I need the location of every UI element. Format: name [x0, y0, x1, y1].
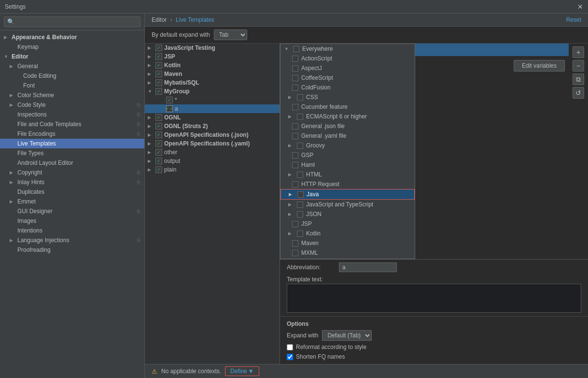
- ctx-item-js-ts[interactable]: ▶ JavaScript and TypeScript: [280, 200, 415, 209]
- ctx-check-cucumber[interactable]: [292, 104, 298, 110]
- tpl-check-jsp[interactable]: [155, 53, 162, 60]
- sidebar-item-images[interactable]: Images: [0, 216, 144, 226]
- sidebar-item-android-layout-editor[interactable]: Android Layout Editor: [0, 158, 144, 168]
- sidebar-item-appearance[interactable]: ▶ Appearance & Behavior: [0, 32, 144, 42]
- tpl-group-openapi-json[interactable]: ▶ OpenAPI Specifications (.json): [145, 131, 280, 139]
- sidebar-item-font[interactable]: Font: [0, 81, 144, 90]
- tpl-check-maven[interactable]: [155, 71, 162, 77]
- tpl-group-jsp[interactable]: ▶ JSP: [145, 52, 280, 61]
- options-expand-select[interactable]: Default (Tab) Tab Space Enter: [322, 330, 372, 341]
- ctx-check-ecmascript[interactable]: [297, 114, 303, 120]
- sidebar-item-code-editing[interactable]: Code Editing: [0, 71, 144, 81]
- ctx-check-kotlin-ctx[interactable]: [297, 231, 303, 237]
- ctx-check-coffeescript[interactable]: [292, 75, 298, 81]
- tpl-group-mygroup[interactable]: ▼ MyGroup: [145, 87, 280, 96]
- ctx-check-mxml[interactable]: [292, 250, 298, 256]
- ctx-item-general-yaml[interactable]: General .yaml file: [280, 131, 415, 141]
- ctx-item-ognl-ctx[interactable]: OGNL: [280, 258, 415, 259]
- sidebar-item-file-encodings[interactable]: File Encodings ⎘: [0, 129, 144, 139]
- tpl-check-ognl[interactable]: [155, 114, 162, 121]
- tpl-check-ognl-struts[interactable]: [155, 123, 162, 130]
- tpl-group-ognl-struts[interactable]: ▶ OGNL (Struts 2): [145, 122, 280, 131]
- shorten-checkbox[interactable]: [287, 354, 293, 360]
- remove-template-button[interactable]: −: [573, 60, 584, 72]
- tpl-group-openapi-yaml[interactable]: ▶ OpenAPI Specifications (.yaml): [145, 139, 280, 148]
- tpl-check-output[interactable]: [155, 158, 162, 164]
- tpl-check-openapi-json[interactable]: [155, 131, 162, 138]
- expand-with-select[interactable]: Tab Space Enter: [214, 29, 247, 40]
- ctx-check-json[interactable]: [297, 211, 303, 218]
- ctx-item-java[interactable]: ▶ Java: [280, 189, 415, 200]
- sidebar-item-language-injections[interactable]: ▶ Language Injections ⎘: [0, 235, 144, 245]
- ctx-item-jsp[interactable]: JSP: [280, 219, 415, 229]
- undo-button[interactable]: ↺: [573, 87, 584, 99]
- ctx-check-gsp[interactable]: [292, 152, 298, 159]
- ctx-check-haml[interactable]: [292, 162, 298, 168]
- ctx-item-groovy[interactable]: ▶ Groovy: [280, 141, 415, 150]
- ctx-item-json[interactable]: ▶ JSON: [280, 209, 415, 219]
- ctx-item-css[interactable]: ▶ CSS: [280, 92, 415, 102]
- sidebar-item-general[interactable]: ▶ General: [0, 61, 144, 71]
- ctx-item-cucumber[interactable]: Cucumber feature: [280, 102, 415, 112]
- tpl-item-star[interactable]: *: [145, 96, 280, 104]
- template-text-input[interactable]: [287, 284, 581, 313]
- ctx-item-html[interactable]: ▶ HTML: [280, 170, 415, 179]
- tpl-check-kotlin[interactable]: [155, 62, 162, 69]
- ctx-check-coldfusion[interactable]: [292, 85, 298, 91]
- add-template-button[interactable]: +: [573, 46, 584, 58]
- ctx-check-http-request[interactable]: [292, 181, 298, 188]
- sidebar-item-gui-designer[interactable]: GUI Designer ⎘: [0, 206, 144, 216]
- ctx-item-mxml[interactable]: MXML: [280, 248, 415, 258]
- sidebar-item-code-style[interactable]: ▶ Code Style ⎘: [0, 100, 144, 110]
- sidebar-item-inspections[interactable]: Inspections ⎘: [0, 110, 144, 119]
- sidebar-item-emmet[interactable]: ▶ Emmet: [0, 197, 144, 206]
- tpl-check-star[interactable]: [166, 97, 173, 103]
- tpl-check-mygroup[interactable]: [155, 88, 162, 95]
- ctx-check-general-yaml[interactable]: [292, 133, 298, 139]
- ctx-check-jsp-ctx[interactable]: [292, 221, 298, 227]
- ctx-item-kotlin-ctx[interactable]: ▶ Kotlin: [280, 229, 415, 238]
- edit-variables-button[interactable]: Edit variables: [514, 60, 565, 72]
- tpl-group-plain[interactable]: ▶ plain: [145, 165, 280, 174]
- ctx-check-everywhere[interactable]: [293, 46, 299, 52]
- tpl-group-output[interactable]: ▶ output: [145, 157, 280, 165]
- tpl-item-a[interactable]: ✓ a: [145, 104, 280, 113]
- sidebar-item-intentions[interactable]: Intentions: [0, 226, 144, 235]
- ctx-item-coldfusion[interactable]: ColdFusion: [280, 83, 415, 92]
- sidebar-item-duplicates[interactable]: Duplicates: [0, 187, 144, 197]
- ctx-item-haml[interactable]: Haml: [280, 160, 415, 170]
- ctx-check-css[interactable]: [297, 94, 303, 101]
- ctx-item-actionscript[interactable]: ActionScript: [280, 54, 415, 63]
- reformat-checkbox[interactable]: [287, 344, 293, 350]
- sidebar-item-color-scheme[interactable]: ▶ Color Scheme: [0, 90, 144, 100]
- tpl-group-kotlin[interactable]: ▶ Kotlin: [145, 61, 280, 70]
- tpl-group-js-testing[interactable]: ▶ JavaScript Testing: [145, 44, 280, 52]
- sidebar-item-proofreading[interactable]: Proofreading: [0, 245, 144, 255]
- ctx-item-everywhere[interactable]: ▼ Everywhere: [280, 44, 415, 54]
- tpl-check-a[interactable]: ✓: [166, 105, 173, 112]
- ctx-check-js-ts[interactable]: [297, 202, 303, 208]
- tpl-check-openapi-yaml[interactable]: [155, 140, 162, 147]
- ctx-check-html[interactable]: [297, 172, 303, 178]
- ctx-item-aspectj[interactable]: AspectJ: [280, 63, 415, 73]
- ctx-item-maven-ctx[interactable]: Maven: [280, 238, 415, 248]
- copy-template-button[interactable]: ⧉: [573, 73, 584, 85]
- tpl-check-mybatis[interactable]: [155, 79, 162, 86]
- tpl-group-other[interactable]: ▶ other: [145, 148, 280, 157]
- sidebar-item-file-types[interactable]: File Types: [0, 148, 144, 158]
- sidebar-item-keymap[interactable]: Keymap: [0, 42, 144, 52]
- ctx-item-ecmascript[interactable]: ▶ ECMAScript 6 or higher: [280, 112, 415, 121]
- ctx-check-actionscript[interactable]: [292, 56, 298, 62]
- ctx-check-maven-ctx[interactable]: [292, 240, 298, 247]
- ctx-item-coffeescript[interactable]: CoffeeScript: [280, 73, 415, 83]
- tpl-check-plain[interactable]: [155, 166, 162, 173]
- tpl-group-ognl[interactable]: ▶ OGNL: [145, 113, 280, 122]
- ctx-item-general-json[interactable]: General .json file: [280, 121, 415, 131]
- tpl-check-other[interactable]: [155, 149, 162, 156]
- sidebar-item-file-code-templates[interactable]: File and Code Templates ⎘: [0, 119, 144, 129]
- ctx-check-general-json[interactable]: [292, 123, 298, 130]
- ctx-check-java[interactable]: [297, 191, 304, 198]
- define-button[interactable]: Define ▼: [225, 366, 259, 376]
- tpl-check-js-testing[interactable]: [155, 44, 162, 51]
- abbreviation-input[interactable]: [339, 262, 397, 272]
